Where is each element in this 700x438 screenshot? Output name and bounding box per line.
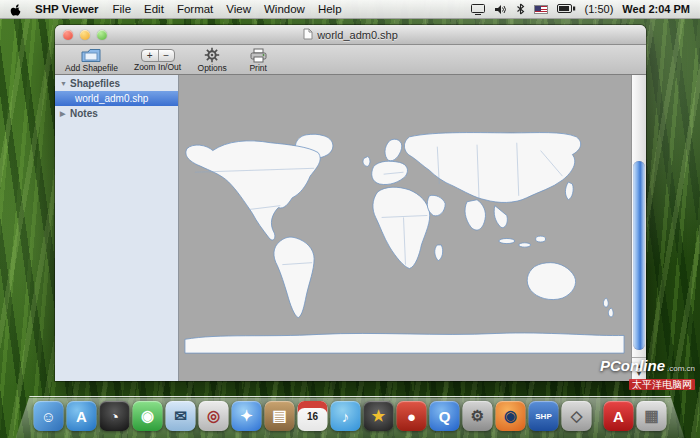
disclosure-open-icon[interactable]: ▼ xyxy=(60,80,67,87)
shp-viewer-window: world_adm0.shp Add Shapefile + − Zoom In… xyxy=(55,25,646,381)
imovie-icon[interactable]: ★ xyxy=(364,401,394,431)
menu-format[interactable]: Format xyxy=(177,3,213,15)
menu-bar: SHP Viewer File Edit Format View Window … xyxy=(0,0,700,19)
window-title: world_adm0.shp xyxy=(317,29,398,41)
minimize-button[interactable] xyxy=(80,30,90,40)
dvd-player-icon[interactable]: ● xyxy=(397,401,427,431)
zoom-out-button[interactable]: − xyxy=(158,50,174,61)
safari-icon[interactable]: ✦ xyxy=(232,401,262,431)
trash-icon[interactable]: ▦ xyxy=(637,401,667,431)
dashboard-icon[interactable]: ◔ xyxy=(100,401,130,431)
mail-icon[interactable]: ✉ xyxy=(166,401,196,431)
scrollbar-thumb[interactable] xyxy=(633,161,645,351)
toolbar: Add Shapefile + − Zoom In/Out Options Pr… xyxy=(55,45,646,75)
menu-bar-status: (1:50) Wed 2:04 PM xyxy=(471,3,690,15)
input-language-flag-icon[interactable] xyxy=(534,5,548,14)
adobe-reader-icon[interactable]: A xyxy=(604,401,634,431)
calendar-icon[interactable]: 16 xyxy=(298,401,328,431)
dock: ☺A◔◉✉◎✦▤16♪★●Q⚙◉SHP◇A▦ xyxy=(16,396,685,438)
menu-bar-clock[interactable]: Wed 2:04 PM xyxy=(622,3,690,15)
facetime-icon[interactable]: ◉ xyxy=(133,401,163,431)
address-book-icon[interactable]: ▤ xyxy=(265,401,295,431)
utility-icon[interactable]: ◇ xyxy=(562,401,592,431)
watermark-caption: 太平洋电脑网 xyxy=(629,379,695,390)
sidebar: ▼ Shapefiles world_adm0.shp ▶ Notes xyxy=(55,75,179,381)
battery-time[interactable]: (1:50) xyxy=(585,3,614,15)
apple-menu-icon[interactable] xyxy=(10,3,21,16)
zoom-button[interactable] xyxy=(97,30,107,40)
title-bar[interactable]: world_adm0.shp xyxy=(55,25,646,45)
world-map xyxy=(179,127,631,359)
system-preferences-icon[interactable]: ⚙ xyxy=(463,401,493,431)
printer-icon xyxy=(250,47,267,63)
window-controls xyxy=(63,30,107,40)
vertical-scrollbar[interactable]: ▲ ▼ xyxy=(631,75,646,381)
zoom-in-out-button: + − Zoom In/Out xyxy=(134,47,181,72)
airplay-display-icon[interactable] xyxy=(471,4,485,15)
map-viewport[interactable]: ▲ ▼ xyxy=(179,75,646,381)
close-button[interactable] xyxy=(63,30,73,40)
add-shapefile-button[interactable]: Add Shapefile xyxy=(65,47,118,73)
disclosure-closed-icon[interactable]: ▶ xyxy=(60,110,67,118)
watermark: PConline.com.cn 太平洋电脑网 xyxy=(600,358,695,392)
options-button[interactable]: Options xyxy=(197,47,227,73)
finder-icon[interactable]: ☺ xyxy=(34,401,64,431)
document-icon xyxy=(303,28,313,42)
itunes-icon[interactable]: ♪ xyxy=(331,401,361,431)
volume-icon[interactable] xyxy=(494,4,507,15)
menu-view[interactable]: View xyxy=(226,3,251,15)
menu-window[interactable]: Window xyxy=(264,3,305,15)
battery-icon[interactable] xyxy=(557,4,576,14)
desktop: { "menubar": { "app_name": "SHP Viewer",… xyxy=(0,0,700,438)
menu-file[interactable]: File xyxy=(113,3,132,15)
quicktime-icon[interactable]: Q xyxy=(430,401,460,431)
sidebar-group-shapefiles[interactable]: ▼ Shapefiles xyxy=(55,76,178,91)
sidebar-item-world-adm0[interactable]: world_adm0.shp xyxy=(55,91,178,106)
bluetooth-icon[interactable] xyxy=(516,3,525,15)
gear-icon xyxy=(204,47,220,63)
menu-help[interactable]: Help xyxy=(318,3,342,15)
app-menu-title[interactable]: SHP Viewer xyxy=(35,3,99,15)
firefox-icon[interactable]: ◉ xyxy=(496,401,526,431)
sidebar-group-notes[interactable]: ▶ Notes xyxy=(55,106,178,121)
shp-viewer-icon[interactable]: SHP xyxy=(529,401,559,431)
app-store-icon[interactable]: A xyxy=(67,401,97,431)
add-shapefile-icon xyxy=(81,47,101,63)
watermark-brand: PConline.com.cn xyxy=(600,358,695,375)
photo-booth-icon[interactable]: ◎ xyxy=(199,401,229,431)
print-button[interactable]: Print xyxy=(243,47,273,73)
zoom-in-button[interactable]: + xyxy=(142,50,158,61)
menu-edit[interactable]: Edit xyxy=(144,3,164,15)
